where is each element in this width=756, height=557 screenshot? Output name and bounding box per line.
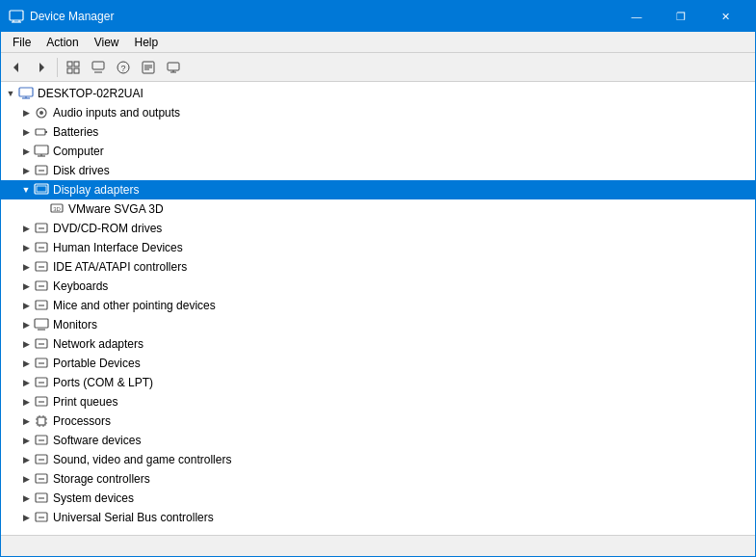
- expand-icon[interactable]: ▶: [18, 259, 34, 275]
- tree-item[interactable]: ▶ Disk drives: [1, 161, 755, 180]
- expand-icon[interactable]: ▶: [18, 471, 34, 487]
- show-hide-button[interactable]: [62, 56, 85, 79]
- window-controls: — ❐ ✕: [614, 1, 747, 32]
- svg-rect-28: [35, 146, 48, 154]
- device-icon: [34, 510, 49, 525]
- expand-icon[interactable]: ▶: [18, 298, 34, 313]
- device-icon: [34, 240, 49, 255]
- svg-rect-27: [45, 131, 47, 133]
- svg-rect-57: [38, 417, 45, 425]
- svg-rect-26: [36, 129, 45, 135]
- properties-button[interactable]: [137, 56, 160, 79]
- expand-icon[interactable]: [34, 201, 49, 217]
- back-button[interactable]: [5, 56, 28, 79]
- menu-help[interactable]: Help: [127, 34, 167, 51]
- tree-item[interactable]: ▶ Processors: [1, 411, 755, 431]
- expand-icon[interactable]: ▶: [18, 144, 34, 159]
- device-icon: [34, 105, 49, 120]
- content-area[interactable]: ▼ DESKTOP-02R2UAI ▶ Audio inputs and out…: [1, 82, 755, 535]
- device-icon: [34, 336, 49, 352]
- device-icon: [34, 452, 49, 467]
- item-label: Monitors: [53, 318, 97, 332]
- computer-icon: [18, 86, 34, 101]
- menu-file[interactable]: File: [5, 34, 39, 51]
- item-label: Batteries: [53, 125, 98, 139]
- device-icon: 3D: [49, 201, 65, 217]
- device-icon: [34, 259, 49, 275]
- tree-item[interactable]: ▶ Universal Serial Bus controllers: [1, 508, 755, 527]
- tree-item[interactable]: ▶ Computer: [1, 142, 755, 161]
- app-icon: [9, 9, 24, 24]
- expand-icon[interactable]: ▶: [18, 375, 34, 390]
- restore-button[interactable]: ❐: [659, 1, 703, 32]
- expand-icon[interactable]: ▶: [18, 413, 34, 429]
- forward-button[interactable]: [30, 56, 53, 79]
- expand-icon[interactable]: ▶: [18, 491, 34, 506]
- menu-action[interactable]: Action: [39, 34, 86, 51]
- device-icon: [34, 317, 49, 332]
- tree-item[interactable]: ▶ Audio inputs and outputs: [1, 103, 755, 122]
- minimize-button[interactable]: —: [614, 1, 659, 32]
- tree-root[interactable]: ▼ DESKTOP-02R2UAI: [1, 84, 755, 103]
- tree-item[interactable]: ▶ Software devices: [1, 431, 755, 450]
- help-button[interactable]: ?: [112, 56, 135, 79]
- tree-item[interactable]: ▼ Display adapters: [1, 180, 755, 199]
- expand-icon[interactable]: ▶: [18, 124, 34, 140]
- device-icon: [34, 433, 49, 448]
- svg-rect-6: [67, 62, 72, 66]
- expand-root[interactable]: ▼: [3, 86, 18, 101]
- item-label: Network adapters: [53, 337, 143, 351]
- device-manager-window: Device Manager — ❐ ✕ File Action View He…: [0, 0, 756, 557]
- svg-rect-9: [74, 68, 79, 73]
- up-button[interactable]: [87, 56, 110, 79]
- tree-item[interactable]: ▶ DVD/CD-ROM drives: [1, 219, 755, 238]
- device-icon: [34, 491, 49, 506]
- item-label: Software devices: [53, 434, 141, 447]
- tree-item[interactable]: ▶ Mice and other pointing devices: [1, 296, 755, 315]
- tree-item[interactable]: ▶ Sound, video and game controllers: [1, 450, 755, 469]
- tree-item[interactable]: ▶ Batteries: [1, 122, 755, 142]
- expand-icon[interactable]: ▶: [18, 510, 34, 525]
- expand-icon[interactable]: ▶: [18, 221, 34, 236]
- tree-item[interactable]: ▶ Print queues: [1, 392, 755, 411]
- tree-item[interactable]: 3D VMware SVGA 3D: [1, 199, 755, 219]
- tree-item[interactable]: ▶ Portable Devices: [1, 354, 755, 373]
- tree-item[interactable]: ▶ Ports (COM & LPT): [1, 373, 755, 392]
- root-label: DESKTOP-02R2UAI: [38, 87, 143, 100]
- tree-item[interactable]: ▶ Monitors: [1, 315, 755, 334]
- device-icon: [34, 375, 49, 390]
- expand-icon[interactable]: ▼: [18, 182, 34, 198]
- tree-item[interactable]: ▶ Network adapters: [1, 334, 755, 354]
- expand-icon[interactable]: ▶: [18, 433, 34, 448]
- svg-marker-4: [13, 63, 18, 72]
- expand-icon[interactable]: ▶: [18, 356, 34, 371]
- expand-icon[interactable]: ▶: [18, 394, 34, 410]
- svg-text:3D: 3D: [53, 206, 61, 212]
- monitor-button[interactable]: [162, 56, 185, 79]
- item-label: Portable Devices: [53, 357, 141, 370]
- item-label: Audio inputs and outputs: [53, 106, 180, 119]
- device-icon: [34, 278, 49, 294]
- expand-icon[interactable]: ▶: [18, 163, 34, 178]
- svg-rect-18: [168, 63, 179, 70]
- tree-item[interactable]: ▶ System devices: [1, 489, 755, 508]
- tree-item[interactable]: ▶ Storage controllers: [1, 469, 755, 489]
- tree-item[interactable]: ▶ Human Interface Devices: [1, 238, 755, 257]
- expand-icon[interactable]: ▶: [18, 240, 34, 255]
- tree-item[interactable]: ▶ Keyboards: [1, 277, 755, 296]
- svg-rect-7: [74, 62, 79, 66]
- expand-icon[interactable]: ▶: [18, 452, 34, 467]
- expand-icon[interactable]: ▶: [18, 278, 34, 294]
- close-button[interactable]: ✕: [703, 1, 747, 32]
- device-icon: [34, 124, 49, 140]
- menu-view[interactable]: View: [87, 34, 127, 51]
- expand-icon[interactable]: ▶: [18, 105, 34, 120]
- item-label: Keyboards: [53, 279, 108, 293]
- expand-icon[interactable]: ▶: [18, 336, 34, 352]
- item-label: Display adapters: [53, 183, 139, 197]
- svg-rect-34: [37, 186, 46, 192]
- tree-item[interactable]: ▶ IDE ATA/ATAPI controllers: [1, 257, 755, 277]
- toolbar: ?: [1, 53, 755, 82]
- expand-icon[interactable]: ▶: [18, 317, 34, 332]
- item-label: DVD/CD-ROM drives: [53, 222, 162, 235]
